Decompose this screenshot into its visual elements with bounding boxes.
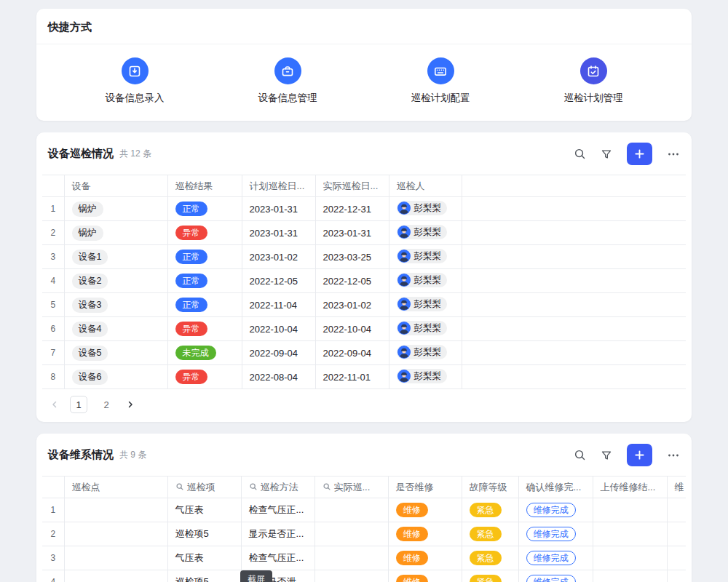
col-header-planned-date[interactable]: 计划巡检日... (242, 175, 315, 197)
col-header-inspector[interactable]: 巡检人 (389, 175, 462, 197)
repair-cell[interactable]: 维修 (388, 570, 462, 582)
inspector-cell[interactable]: 彭梨梨 (389, 245, 462, 269)
actual-date-cell[interactable]: 2023-03-25 (315, 245, 389, 269)
actual-cell[interactable] (314, 498, 388, 522)
inspector-cell[interactable]: 彭梨梨 (389, 269, 462, 293)
device-cell[interactable]: 设备4 (64, 317, 167, 341)
confirm-cell[interactable]: 维修完成 (518, 570, 593, 582)
col-header-item[interactable]: 巡检项 (167, 477, 241, 498)
upload-cell[interactable] (593, 546, 667, 570)
inspector-cell[interactable]: 彭梨梨 (389, 341, 462, 365)
device-cell[interactable]: 锅炉 (64, 221, 167, 245)
planned-date-cell[interactable]: 2022-08-04 (242, 365, 315, 389)
filter-icon[interactable] (601, 148, 612, 160)
result-cell[interactable]: 正常 (167, 269, 242, 293)
upload-cell[interactable] (593, 498, 667, 522)
device-cell[interactable]: 设备1 (64, 245, 167, 269)
col-header-upload[interactable]: 上传维修结... (593, 477, 667, 498)
actual-date-cell[interactable]: 2023-01-02 (315, 293, 389, 317)
item-cell[interactable]: 巡检项5 (167, 570, 241, 582)
inspector-cell[interactable]: 彭梨梨 (389, 317, 462, 341)
col-header-device[interactable]: 设备 (64, 175, 167, 197)
device-cell[interactable]: 设备5 (64, 341, 167, 365)
result-cell[interactable]: 正常 (167, 197, 242, 221)
actual-date-cell[interactable]: 2022-10-04 (315, 317, 389, 341)
device-cell[interactable]: 设备3 (64, 293, 167, 317)
planned-date-cell[interactable]: 2023-01-02 (242, 245, 315, 269)
search-icon[interactable] (574, 148, 586, 160)
col-header-last[interactable]: 维 (667, 477, 686, 498)
method-cell[interactable]: 检查气压正... (241, 546, 314, 570)
point-cell[interactable] (64, 570, 167, 582)
page-number-2[interactable]: 2 (98, 396, 115, 413)
filter-icon[interactable] (601, 450, 612, 461)
shortcut-device-entry[interactable]: 设备信息录入 (58, 57, 211, 105)
level-cell[interactable]: 紧急 (462, 570, 518, 582)
actual-date-cell[interactable]: 2023-01-31 (315, 221, 389, 245)
level-cell[interactable]: 紧急 (462, 546, 518, 570)
actual-cell[interactable] (314, 522, 388, 546)
more-icon[interactable] (667, 449, 680, 462)
upload-cell[interactable] (593, 570, 667, 582)
item-cell[interactable]: 气压表 (167, 546, 241, 570)
planned-date-cell[interactable]: 2022-10-04 (242, 317, 315, 341)
search-icon[interactable] (574, 449, 586, 461)
col-header-repair[interactable]: 是否维修 (388, 477, 462, 498)
chevron-right-icon[interactable] (125, 399, 135, 410)
actual-date-cell[interactable]: 2022-12-31 (315, 197, 389, 221)
device-cell[interactable]: 设备6 (64, 365, 167, 389)
device-cell[interactable]: 设备2 (64, 269, 167, 293)
point-cell[interactable] (64, 498, 167, 522)
confirm-cell[interactable]: 维修完成 (518, 522, 593, 546)
last-cell[interactable] (667, 498, 686, 522)
planned-date-cell[interactable]: 2022-12-05 (242, 269, 315, 293)
last-cell[interactable] (667, 546, 686, 570)
point-cell[interactable] (64, 546, 167, 570)
actual-date-cell[interactable]: 2022-11-01 (315, 365, 389, 389)
col-header-confirm[interactable]: 确认维修完... (518, 477, 593, 498)
col-header-result[interactable]: 巡检结果 (167, 175, 242, 197)
result-cell[interactable]: 未完成 (167, 341, 242, 365)
confirm-cell[interactable]: 维修完成 (518, 498, 593, 522)
result-cell[interactable]: 异常 (167, 221, 242, 245)
point-cell[interactable] (64, 522, 167, 546)
actual-date-cell[interactable]: 2022-09-04 (315, 341, 389, 365)
inspector-cell[interactable]: 彭梨梨 (389, 197, 462, 221)
shortcut-plan-config[interactable]: 巡检计划配置 (364, 57, 517, 105)
method-cell[interactable]: 检查气压正... (241, 498, 314, 522)
level-cell[interactable]: 紧急 (462, 522, 518, 546)
level-cell[interactable]: 紧急 (462, 498, 518, 522)
result-cell[interactable]: 正常 (167, 245, 242, 269)
inspector-cell[interactable]: 彭梨梨 (389, 221, 462, 245)
repair-cell[interactable]: 维修 (388, 498, 462, 522)
shortcut-plan-manage[interactable]: 巡检计划管理 (517, 57, 670, 105)
repair-cell[interactable]: 维修 (388, 522, 462, 546)
col-header-level[interactable]: 故障等级 (462, 477, 518, 498)
col-header-actual[interactable]: 实际巡... (314, 477, 388, 498)
more-icon[interactable] (667, 148, 680, 161)
result-cell[interactable]: 异常 (167, 317, 242, 341)
actual-cell[interactable] (314, 570, 388, 582)
chevron-left-icon[interactable] (50, 399, 60, 410)
device-cell[interactable]: 锅炉 (64, 197, 167, 221)
page-number-1[interactable]: 1 (70, 396, 87, 413)
item-cell[interactable]: 气压表 (167, 498, 241, 522)
actual-date-cell[interactable]: 2022-12-05 (315, 269, 389, 293)
col-header-method[interactable]: 巡检方法 (241, 477, 314, 498)
shortcut-device-manage[interactable]: 设备信息管理 (211, 57, 364, 105)
col-header-point[interactable]: 巡检点 (64, 477, 167, 498)
method-cell[interactable]: 显示是否正... (241, 522, 314, 546)
result-cell[interactable]: 正常 (167, 293, 242, 317)
inspector-cell[interactable]: 彭梨梨 (389, 293, 462, 317)
planned-date-cell[interactable]: 2022-11-04 (242, 293, 315, 317)
col-header-actual-date[interactable]: 实际巡检日... (315, 175, 389, 197)
add-record-button[interactable] (627, 143, 652, 165)
last-cell[interactable] (667, 570, 686, 582)
planned-date-cell[interactable]: 2023-01-31 (242, 197, 315, 221)
planned-date-cell[interactable]: 2022-09-04 (242, 341, 315, 365)
result-cell[interactable]: 异常 (167, 365, 242, 389)
planned-date-cell[interactable]: 2023-01-31 (242, 221, 315, 245)
repair-cell[interactable]: 维修 (388, 546, 462, 570)
actual-cell[interactable] (314, 546, 388, 570)
add-record-button[interactable] (627, 444, 652, 466)
